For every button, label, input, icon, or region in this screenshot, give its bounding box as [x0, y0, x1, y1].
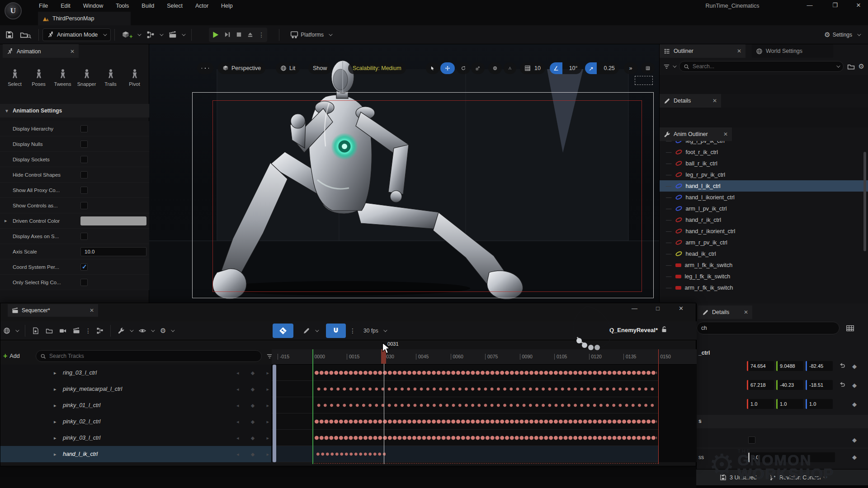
- display-grid-icon[interactable]: [846, 324, 854, 333]
- track-row-pinky_metacarpal_l_ctrl[interactable]: ▸pinky_metacarpal_l_ctrl◂◆▸: [0, 381, 697, 397]
- tab-anim-outliner[interactable]: Anim Outliner ✕: [660, 127, 732, 141]
- axis-value-input[interactable]: 74.654: [747, 361, 774, 371]
- menu-window[interactable]: Window: [83, 3, 103, 9]
- track-name-cell[interactable]: ▸pinky_03_l_ctrl◂◆▸: [0, 430, 272, 446]
- surface-snap-button[interactable]: [504, 62, 516, 74]
- expand-arrow-icon[interactable]: ▸: [54, 419, 57, 425]
- track-name-cell[interactable]: ▸pinky_02_l_ctrl◂◆▸: [0, 413, 272, 430]
- outliner-filter-icon[interactable]: [663, 63, 670, 70]
- next-key-icon[interactable]: ▸: [266, 386, 269, 392]
- prev-key-icon[interactable]: ◂: [236, 403, 239, 408]
- blueprints-dropdown[interactable]: [146, 31, 162, 39]
- viewport-options-menu[interactable]: [197, 62, 213, 74]
- outliner-settings-gear-icon[interactable]: ⚙: [859, 62, 864, 70]
- prev-key-icon[interactable]: ◂: [236, 370, 239, 376]
- sequencer-options-menu[interactable]: ⋮: [85, 327, 91, 334]
- viewport[interactable]: Perspective Lit Show Scalability: Medium…: [149, 44, 659, 304]
- axis-value-input[interactable]: -40.23: [776, 380, 803, 390]
- keyframe-dots[interactable]: [316, 384, 655, 394]
- anim-outliner-item[interactable]: —leg_r_pv_ik_ctrl: [660, 169, 868, 180]
- axis-value-input[interactable]: 9.0488: [776, 361, 803, 371]
- sequencer-minimize-button[interactable]: —: [632, 305, 637, 312]
- add-actor-dropdown[interactable]: +: [122, 30, 140, 40]
- edit-mode-dropdown[interactable]: [303, 327, 318, 334]
- anim-outliner-item[interactable]: —hand_r_ik_ctrl: [660, 214, 868, 225]
- details-search-input[interactable]: ch: [697, 322, 840, 334]
- snap-options-menu[interactable]: ⋮: [349, 327, 356, 334]
- tab-details-upper[interactable]: Details ✕: [660, 94, 721, 108]
- keyframe-dots[interactable]: [314, 433, 657, 443]
- anim-outliner-item[interactable]: —arm_r_pv_ik_ctrl: [660, 237, 868, 248]
- undo-icon[interactable]: [839, 362, 845, 370]
- next-key-icon[interactable]: ▸: [266, 435, 269, 441]
- prev-key-icon[interactable]: ◂: [236, 451, 239, 457]
- add-key-icon[interactable]: ◆: [251, 435, 255, 441]
- anim-outliner-item[interactable]: —arm_r_fk_ik_switch: [660, 282, 868, 293]
- lit-dropdown[interactable]: Lit: [276, 62, 300, 74]
- add-key-icon[interactable]: ◆: [251, 403, 255, 408]
- rotation-snap-button[interactable]: ∠10°: [550, 62, 582, 74]
- animation-mode-dropdown[interactable]: Animation Mode: [42, 28, 111, 41]
- close-button[interactable]: ✕: [852, 1, 865, 10]
- track-row-hand_l_ik_ctrl[interactable]: ▸hand_l_ik_ctrl◂◆▸: [0, 446, 697, 462]
- frame-skip-button[interactable]: [224, 31, 231, 38]
- close-icon[interactable]: ✕: [723, 131, 728, 137]
- add-key-icon[interactable]: ◆: [251, 419, 255, 425]
- track-name-cell[interactable]: ▸pinky_metacarpal_l_ctrl◂◆▸: [0, 381, 272, 397]
- tool-select[interactable]: Select: [4, 64, 26, 99]
- tab-details-lower[interactable]: Details ✕: [698, 305, 752, 319]
- minimize-button[interactable]: —: [803, 1, 816, 10]
- prev-key-icon[interactable]: ◂: [236, 435, 239, 441]
- setting-checkbox[interactable]: [80, 125, 88, 132]
- setting-checkbox[interactable]: [80, 233, 88, 240]
- stop-button[interactable]: [236, 31, 242, 38]
- tab-outliner[interactable]: Outliner ✕: [660, 44, 745, 58]
- fps-dropdown[interactable]: 30 fps: [363, 328, 386, 334]
- prev-key-icon[interactable]: ◂: [236, 419, 239, 425]
- play-button[interactable]: [212, 31, 220, 39]
- lock-open-icon[interactable]: [660, 326, 668, 333]
- axis-value-input[interactable]: -82.45: [806, 361, 833, 371]
- expand-arrow-icon[interactable]: ▸: [54, 403, 57, 408]
- revision-control-label[interactable]: Revision Control: [779, 474, 821, 481]
- tool-tweens[interactable]: Tweens: [52, 64, 74, 99]
- axis-value-input[interactable]: -18.51: [806, 380, 833, 390]
- new-folder-icon[interactable]: [847, 63, 855, 70]
- setting-checkbox[interactable]: [80, 263, 88, 271]
- setting-checkbox[interactable]: [80, 141, 88, 148]
- unreal-logo-icon[interactable]: U: [5, 2, 22, 19]
- next-key-icon[interactable]: ▸: [266, 451, 269, 457]
- breakout-button[interactable]: [96, 327, 104, 334]
- track-name-cell[interactable]: ▸pinky_01_l_ctrl◂◆▸: [0, 397, 272, 413]
- render-movie-button[interactable]: [73, 327, 80, 334]
- menu-file[interactable]: File: [39, 3, 48, 9]
- scale-snap-button[interactable]: ↗0.25: [585, 62, 619, 74]
- undo-icon[interactable]: [839, 381, 845, 389]
- anim-outliner-item[interactable]: —hand_l_ikorient_ctrl: [660, 192, 868, 203]
- axis-value-input[interactable]: 1.0: [806, 399, 833, 409]
- expand-arrow-icon[interactable]: ▸: [54, 370, 57, 376]
- anim-outliner-scrollbar[interactable]: [863, 152, 866, 251]
- next-key-icon[interactable]: ▸: [266, 419, 269, 425]
- keyframe-dots[interactable]: [316, 449, 386, 459]
- expand-arrow-icon[interactable]: ▸: [54, 386, 57, 392]
- anim-outliner-item[interactable]: —leg_l_pv_ik_ctrl: [660, 141, 868, 146]
- menu-build[interactable]: Build: [142, 3, 154, 9]
- close-icon[interactable]: ✕: [744, 309, 748, 315]
- camera-button[interactable]: [59, 327, 66, 334]
- menu-actor[interactable]: Actor: [195, 3, 208, 9]
- axis-value-input[interactable]: 1.0: [747, 399, 774, 409]
- timeline-ruler[interactable]: -015000000150030004500600075009001050120…: [272, 349, 697, 365]
- show-dropdown[interactable]: Show: [308, 62, 331, 74]
- menu-edit[interactable]: Edit: [61, 3, 71, 9]
- keyframe-dots[interactable]: [314, 417, 657, 427]
- keyframe-diamond-icon[interactable]: ◆: [852, 363, 857, 370]
- anim-outliner-item[interactable]: —leg_l_fk_ik_switch: [660, 271, 868, 282]
- details-checkbox[interactable]: [748, 436, 755, 444]
- next-key-icon[interactable]: ▸: [266, 403, 269, 408]
- snap-toggle-button[interactable]: [326, 324, 346, 338]
- anim-outliner-item[interactable]: —ball_r_ik_ctrl: [660, 158, 868, 169]
- menu-tools[interactable]: Tools: [116, 3, 129, 9]
- menu-select[interactable]: Select: [167, 3, 183, 9]
- camera-speed-button[interactable]: »: [624, 62, 637, 74]
